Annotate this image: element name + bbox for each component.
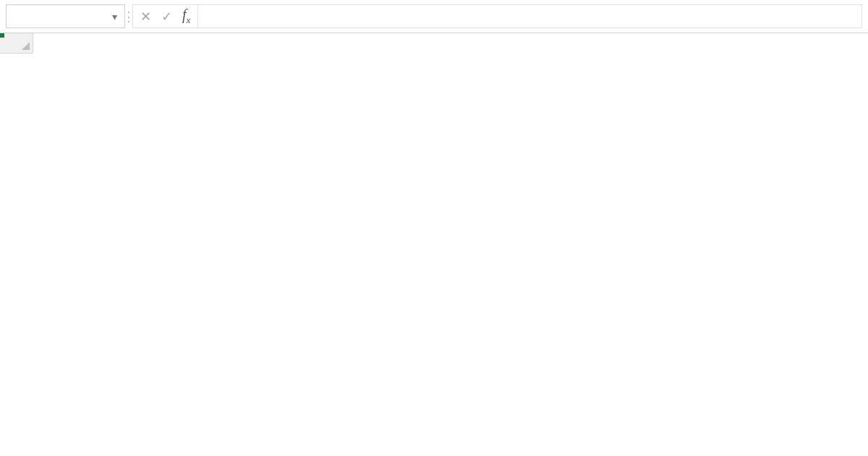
formula-bar: ▾ ⋮ ✕ ✓ fx [0, 0, 868, 33]
column-headers [33, 33, 868, 54]
select-all-corner[interactable] [0, 33, 33, 54]
formula-controls: ✕ ✓ fx [132, 4, 197, 28]
name-box[interactable]: ▾ [6, 4, 125, 28]
formula-input[interactable] [197, 4, 862, 28]
cancel-icon[interactable]: ✕ [140, 10, 151, 23]
separator: ⋮ [125, 4, 132, 28]
worksheet [0, 33, 868, 456]
name-box-input[interactable] [14, 8, 108, 25]
chevron-down-icon[interactable]: ▾ [112, 11, 117, 22]
enter-icon[interactable]: ✓ [161, 10, 172, 23]
insert-function-icon[interactable]: fx [182, 7, 190, 26]
